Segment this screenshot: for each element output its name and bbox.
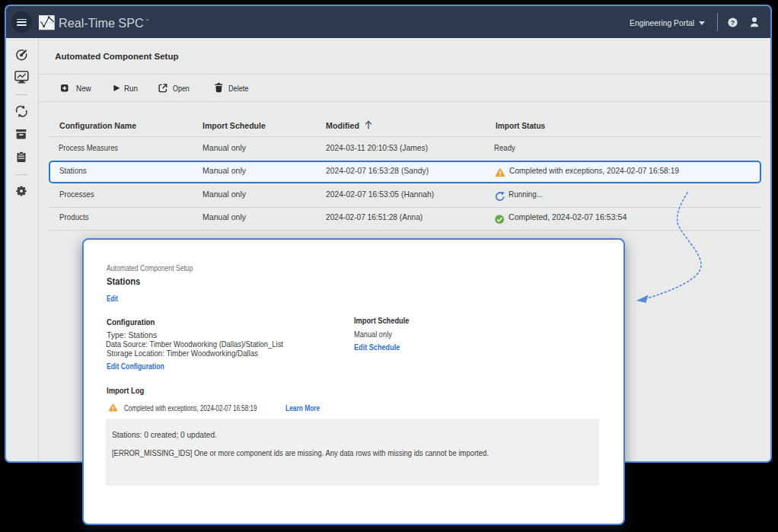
svg-text:?: ? xyxy=(731,18,735,27)
